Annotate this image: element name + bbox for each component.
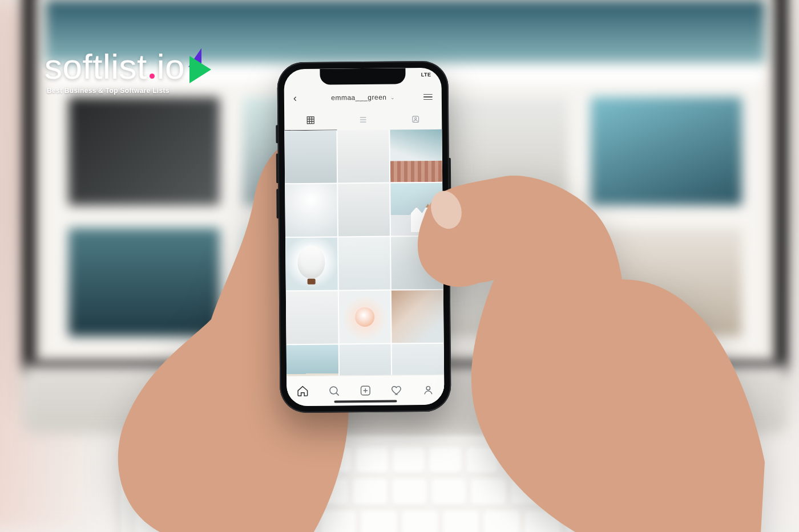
profile-header: ‹ emmaa___green ⌄ <box>284 87 442 108</box>
tab-grid[interactable] <box>284 109 337 131</box>
svg-point-2 <box>415 117 417 119</box>
logo-triangle-icon <box>188 49 215 82</box>
add-icon <box>359 384 372 397</box>
tab-activity[interactable] <box>390 384 403 396</box>
grid-photo[interactable] <box>338 184 390 237</box>
tab-list[interactable] <box>337 109 389 131</box>
svg-point-3 <box>330 387 337 394</box>
search-icon <box>328 384 340 397</box>
logo-text-prefix: softlist <box>45 49 147 84</box>
right-hand <box>411 165 765 532</box>
grid-photo[interactable] <box>338 237 390 290</box>
tag-icon <box>411 115 420 124</box>
grid-icon <box>306 115 315 124</box>
tab-tagged[interactable] <box>389 109 442 130</box>
tab-add[interactable] <box>359 384 372 397</box>
tab-home[interactable] <box>296 385 309 397</box>
heart-icon <box>390 384 403 396</box>
grid-photo[interactable] <box>337 130 389 183</box>
scene: 19:14 LTE ‹ emmaa___green ⌄ <box>0 0 799 532</box>
profile-username[interactable]: emmaa___green <box>331 94 386 102</box>
logo-dot-accent <box>150 74 155 79</box>
logo-text-suffix: io <box>157 49 185 84</box>
home-indicator[interactable] <box>334 400 397 403</box>
tab-search[interactable] <box>328 384 340 397</box>
back-icon[interactable]: ‹ <box>293 92 297 104</box>
phone-notch <box>320 68 405 84</box>
brand-logo: softlist io Best Business & Top Software… <box>45 49 215 95</box>
status-network: LTE <box>421 72 431 78</box>
home-icon <box>296 385 309 397</box>
grid-photo[interactable] <box>285 237 337 290</box>
menu-icon[interactable] <box>423 94 433 100</box>
grid-photo[interactable] <box>284 130 336 183</box>
grid-photo[interactable] <box>338 291 390 344</box>
grid-photo[interactable] <box>286 291 338 344</box>
chevron-down-icon[interactable]: ⌄ <box>390 95 394 100</box>
view-mode-tabs <box>284 109 442 131</box>
grid-photo[interactable] <box>285 184 337 237</box>
list-icon <box>358 115 368 124</box>
logo-tagline: Best Business & Top Software Lists <box>47 87 215 95</box>
